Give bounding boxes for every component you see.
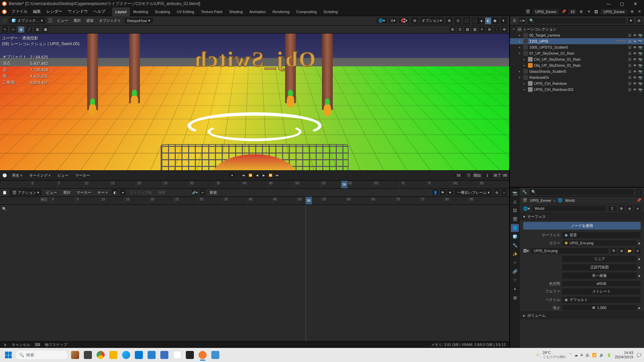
overlay-toggle-3-icon[interactable]: ▤ bbox=[464, 26, 470, 33]
folder-icon[interactable] bbox=[107, 349, 119, 361]
tray-ime-icon[interactable]: A bbox=[581, 353, 583, 357]
tab-layout[interactable]: Layout bbox=[112, 7, 130, 16]
vp-menu-view[interactable]: ビュー bbox=[55, 17, 70, 24]
menu-render[interactable]: レンダー bbox=[44, 7, 65, 16]
outliner-editor-icon[interactable]: ☰ bbox=[512, 18, 517, 23]
dope-new[interactable]: 新規 bbox=[208, 189, 219, 196]
dope-drag-icon[interactable]: ⟐ bbox=[501, 189, 507, 195]
hide-toggle-icon[interactable]: 👁 bbox=[633, 81, 637, 86]
tree-expand-icon[interactable]: ▾ bbox=[517, 76, 522, 79]
new-world-icon[interactable]: ⊕ bbox=[627, 205, 633, 212]
play-rev-icon[interactable]: ◀ bbox=[254, 173, 260, 178]
retopoflow-menu[interactable]: RetopoFlow▾ bbox=[124, 18, 153, 23]
exclude-toggle-icon[interactable]: ☑ bbox=[627, 39, 632, 44]
proptab-material-icon[interactable]: ● bbox=[511, 285, 519, 293]
outliner-item[interactable]: ▾RainbowEfx☑👁📷 bbox=[510, 74, 644, 80]
orientation-selector[interactable]: 🌐▾ bbox=[376, 18, 387, 23]
preview-range-icon[interactable]: ⏱ bbox=[466, 173, 472, 178]
menu-file[interactable]: ファイル bbox=[9, 7, 30, 16]
dope-select[interactable]: 選択 bbox=[61, 189, 72, 196]
viewlayer-selector[interactable]: UPIS_Eevee bbox=[601, 9, 627, 14]
outliner-item[interactable]: ▸GlassShards_Scatter5☑👁📷 bbox=[510, 68, 644, 74]
outliner-item[interactable]: ▸1005_UPSTG_Scatter5☑👁📷 bbox=[510, 44, 644, 50]
tab-compositing[interactable]: Compositing bbox=[293, 7, 320, 16]
tab-scripting[interactable]: Scripting bbox=[320, 7, 341, 16]
exclude-toggle-icon[interactable]: ☑ bbox=[627, 45, 632, 50]
outliner-item[interactable]: ▸1101_UPIS▽▽▽▽☑👁📷 bbox=[510, 38, 644, 44]
prev-key-icon[interactable]: ⏪ bbox=[247, 173, 253, 178]
dopesheet-track[interactable]: 🔍 bbox=[0, 204, 509, 342]
overlay-icon[interactable]: ⊙ bbox=[454, 17, 462, 24]
outliner-display-icon[interactable]: ▭▾ bbox=[519, 18, 525, 24]
editor-type-icon[interactable]: ⬚ bbox=[2, 18, 7, 23]
notifications-icon[interactable]: 💬 bbox=[637, 353, 641, 357]
proptab-particle-icon[interactable]: ✨ bbox=[511, 250, 519, 258]
select-mode-4-icon[interactable]: ▦ bbox=[42, 26, 48, 33]
pin-icon[interactable]: 📌 bbox=[561, 9, 567, 14]
timeline-playhead[interactable]: 56 bbox=[341, 181, 347, 188]
disable-toggle-icon[interactable]: 📷 bbox=[638, 45, 643, 50]
tab-rendering[interactable]: Rendering bbox=[269, 7, 293, 16]
3d-viewport[interactable]: Obj_Switch ユーザー・透視投影 (56) シーンコレクション | UP… bbox=[0, 34, 509, 170]
proptab-render-icon[interactable]: 📷 bbox=[511, 189, 519, 197]
tree-expand-icon[interactable]: ▸ bbox=[517, 40, 522, 43]
colorspace-value[interactable]: sRGB bbox=[562, 281, 641, 286]
dope-new-plus-icon[interactable]: + bbox=[200, 189, 206, 195]
unlink-world-icon[interactable]: ✕ bbox=[635, 205, 641, 212]
app-icon[interactable] bbox=[2, 9, 7, 14]
exclude-toggle-icon[interactable]: ☑ bbox=[627, 57, 632, 62]
outliner-root[interactable]: ▾ ▭ シーンコレクション bbox=[510, 26, 644, 32]
hide-toggle-icon[interactable]: 👁 bbox=[633, 33, 637, 38]
outliner-item[interactable]: ▸UPIS_Ctrl_Rainbow☑👁📷 bbox=[510, 80, 644, 86]
vp-menu-object[interactable]: オブジェクト bbox=[97, 17, 123, 24]
proptab-data-icon[interactable]: ▽ bbox=[511, 276, 519, 284]
next-key-icon[interactable]: ⏩ bbox=[267, 173, 273, 178]
dope-filter-2-icon[interactable]: ⚑ bbox=[440, 189, 446, 195]
image-datablock-icon[interactable]: 🖼▾ bbox=[523, 249, 529, 253]
alpha-value[interactable]: ストレート bbox=[562, 288, 641, 295]
pivot-selector[interactable]: ⊙▾ bbox=[388, 18, 397, 23]
app3-icon[interactable] bbox=[171, 349, 183, 361]
dope-prop-icon[interactable]: ⊚ bbox=[494, 189, 500, 195]
tab-modeling[interactable]: Modeling bbox=[130, 7, 152, 16]
dope-playhead[interactable]: 56 bbox=[306, 197, 312, 204]
current-frame[interactable]: 56 bbox=[453, 173, 464, 178]
props-search[interactable]: 🔍 bbox=[529, 189, 634, 195]
tex-unlink-icon[interactable]: ✕ bbox=[635, 248, 641, 254]
end-frame[interactable]: 86 bbox=[503, 173, 507, 177]
disable-toggle-icon[interactable]: 📷 bbox=[638, 63, 643, 68]
dope-link-icon[interactable]: 🔗▾ bbox=[192, 189, 198, 195]
timeline-editor-icon[interactable]: 🕐 bbox=[2, 173, 7, 178]
proptab-world-icon[interactable]: 🌐 bbox=[511, 224, 519, 232]
dope-view[interactable]: ビュー bbox=[44, 189, 59, 196]
hide-toggle-icon[interactable]: 👁 bbox=[633, 39, 637, 44]
outliner[interactable]: ▾ ▭ シーンコレクション ▸00_Target_camera☑👁📷▸1101_… bbox=[510, 25, 644, 187]
projection-value[interactable]: 正距円筒図 bbox=[562, 264, 637, 270]
tab-animation[interactable]: Animation bbox=[246, 7, 269, 16]
disable-toggle-icon[interactable]: 📷 bbox=[638, 75, 643, 80]
menu-window[interactable]: ウィンドウ bbox=[65, 7, 91, 16]
tex-open-icon[interactable]: 📂 bbox=[627, 248, 633, 254]
app4-icon[interactable] bbox=[209, 349, 221, 361]
disable-toggle-icon[interactable]: 📷 bbox=[638, 51, 643, 56]
jump-end-icon[interactable]: ⏭ bbox=[274, 173, 280, 178]
hide-toggle-icon[interactable]: 👁 bbox=[633, 75, 637, 80]
add-viewlayer-icon[interactable]: ⊕ bbox=[629, 9, 635, 14]
shading-wire-icon[interactable]: ⬚ bbox=[472, 17, 478, 24]
taskbar-weather[interactable]: ⛅ 28°C くもりのち晴れ bbox=[536, 351, 566, 359]
dope-hold[interactable]: 保留 bbox=[156, 189, 167, 196]
outliner-item[interactable]: ▸Ctrl_UP_SkyDome_01_Rain☑👁📷 bbox=[510, 56, 644, 62]
overlay-toggle-5-icon[interactable]: ≡ bbox=[479, 26, 485, 33]
app2-icon[interactable] bbox=[158, 349, 170, 361]
tree-expand-icon[interactable]: ▾ bbox=[517, 52, 522, 55]
pin-icon[interactable]: 📌 bbox=[637, 198, 641, 202]
dope-mode[interactable]: 🎬 アクション ▾ bbox=[9, 189, 42, 196]
proptab-viewlayer-icon[interactable]: 🖼 bbox=[511, 206, 519, 215]
disable-toggle-icon[interactable]: 📷 bbox=[638, 81, 643, 86]
autokey-icon[interactable]: ● bbox=[229, 173, 235, 178]
store-icon[interactable] bbox=[133, 349, 145, 361]
snap-selector[interactable]: 🧲▾ bbox=[399, 18, 410, 23]
outliner-search[interactable]: 🔍 bbox=[527, 18, 626, 24]
dope-snap[interactable]: 一番近いフレーム ▾ bbox=[454, 189, 492, 196]
tray-volume-icon[interactable]: 🔊 bbox=[599, 353, 604, 357]
